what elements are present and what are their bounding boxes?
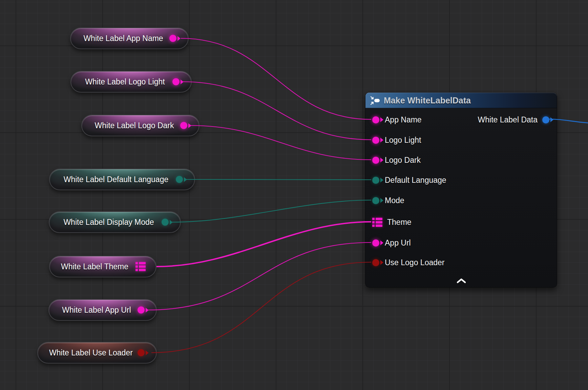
variable-node-label: White Label App Name: [83, 34, 163, 43]
pin-arrow-icon: [380, 178, 383, 182]
output-pin-row-white-label-data[interactable]: White Label Data: [478, 115, 549, 124]
pin-circle-icon: [180, 122, 187, 129]
variable-node-white-label-display-mode[interactable]: White Label Display Mode: [49, 211, 181, 233]
boolean-input-pin[interactable]: [372, 259, 379, 266]
wire-app-name[interactable]: [181, 38, 371, 119]
pin-circle-icon: [138, 307, 145, 314]
variable-node-label: White Label Theme: [61, 262, 128, 271]
boolean-output-pin[interactable]: [138, 349, 145, 356]
enum-input-pin[interactable]: [372, 177, 379, 184]
pin-label: Theme: [387, 218, 412, 227]
pin-arrow-icon: [550, 117, 553, 122]
enum-output-pin[interactable]: [162, 219, 169, 226]
variable-node-label: White Label Use Loader: [49, 348, 133, 357]
variable-node-white-label-app-url[interactable]: White Label App Url: [48, 299, 157, 321]
enum-input-pin[interactable]: [372, 197, 379, 204]
variable-node-white-label-app-name[interactable]: White Label App Name: [70, 27, 189, 49]
pin-arrow-icon: [380, 260, 383, 265]
variable-node-label: White Label Display Mode: [63, 218, 154, 227]
pin-label: Logo Dark: [385, 156, 421, 165]
string-output-pin[interactable]: [180, 122, 187, 129]
pin-circle-icon: [172, 78, 180, 85]
pin-label: Use Logo Loader: [385, 258, 444, 267]
chevron-up-icon: [456, 278, 466, 284]
wire-logo-dark[interactable]: [190, 125, 371, 160]
pin-arrow-icon: [380, 198, 383, 203]
variable-node-label: White Label Logo Dark: [95, 121, 174, 130]
pin-arrow-icon: [380, 240, 383, 245]
pin-label: App Name: [385, 115, 422, 124]
input-pin-row-default-language[interactable]: Default Language: [372, 175, 446, 185]
variable-node-white-label-logo-light[interactable]: White Label Logo Light: [70, 71, 192, 93]
node-title: Make WhiteLabelData: [384, 96, 471, 105]
pin-label: Mode: [385, 196, 404, 205]
pin-arrow-icon: [380, 117, 383, 122]
input-pin-row-app-name[interactable]: App Name: [372, 115, 422, 124]
make-whitelabeldata-node[interactable]: Make WhiteLabelData App Name Logo Light …: [365, 92, 557, 288]
collapse-node-button[interactable]: [454, 276, 469, 285]
string-input-pin[interactable]: [372, 239, 379, 247]
pin-label: App Url: [385, 238, 411, 248]
enum-output-pin[interactable]: [176, 176, 183, 183]
wire-default-language[interactable]: [186, 179, 371, 180]
pin-label: Logo Light: [385, 136, 421, 145]
input-pin-row-theme[interactable]: Theme: [372, 217, 412, 227]
data-output-pin[interactable]: [542, 116, 549, 123]
variable-node-label: White Label Default Language: [64, 175, 168, 184]
struct-output-pin-icon[interactable]: [135, 262, 146, 271]
string-output-pin[interactable]: [172, 78, 180, 85]
string-output-pin[interactable]: [169, 35, 176, 42]
input-pin-row-logo-light[interactable]: Logo Light: [372, 135, 421, 145]
string-output-pin[interactable]: [138, 307, 145, 314]
wire-display-mode[interactable]: [172, 200, 371, 222]
wire-logo-light[interactable]: [183, 82, 371, 140]
string-input-pin[interactable]: [372, 157, 379, 164]
pin-arrow-icon: [177, 36, 181, 41]
wire-app-url[interactable]: [148, 242, 371, 310]
pin-circle-icon: [162, 219, 169, 226]
variable-node-white-label-logo-dark[interactable]: White Label Logo Dark: [81, 115, 200, 136]
wire-use-loader[interactable]: [151, 262, 371, 353]
variable-node-white-label-default-language[interactable]: White Label Default Language: [49, 169, 195, 190]
input-pin-row-use-logo-loader[interactable]: Use Logo Loader: [372, 258, 444, 267]
pin-circle-icon: [138, 349, 145, 356]
variable-node-white-label-use-loader[interactable]: White Label Use Loader: [37, 342, 157, 364]
make-struct-icon: [370, 96, 380, 105]
pin-circle-icon: [176, 176, 183, 183]
pin-arrow-icon: [380, 158, 383, 162]
pin-arrow-icon: [380, 138, 383, 142]
pin-circle-icon: [169, 35, 176, 42]
pin-label: White Label Data: [478, 115, 538, 124]
input-pin-row-app-url[interactable]: App Url: [372, 238, 411, 248]
variable-node-label: White Label App Url: [62, 306, 131, 315]
input-pin-row-mode[interactable]: Mode: [372, 196, 404, 205]
pin-label: Default Language: [385, 176, 446, 185]
pin-arrow-icon: [146, 350, 149, 355]
blueprint-graph-canvas[interactable]: White Label App Name White Label Logo Li…: [0, 0, 588, 390]
input-pin-row-logo-dark[interactable]: Logo Dark: [372, 155, 421, 165]
string-input-pin[interactable]: [372, 137, 379, 144]
struct-input-pin-icon[interactable]: [372, 218, 382, 227]
variable-node-white-label-theme[interactable]: White Label Theme: [49, 256, 156, 277]
node-header[interactable]: Make WhiteLabelData: [365, 93, 557, 108]
string-input-pin[interactable]: [372, 116, 379, 123]
variable-node-label: White Label Logo Light: [85, 77, 165, 86]
wire-theme[interactable]: [156, 222, 371, 267]
